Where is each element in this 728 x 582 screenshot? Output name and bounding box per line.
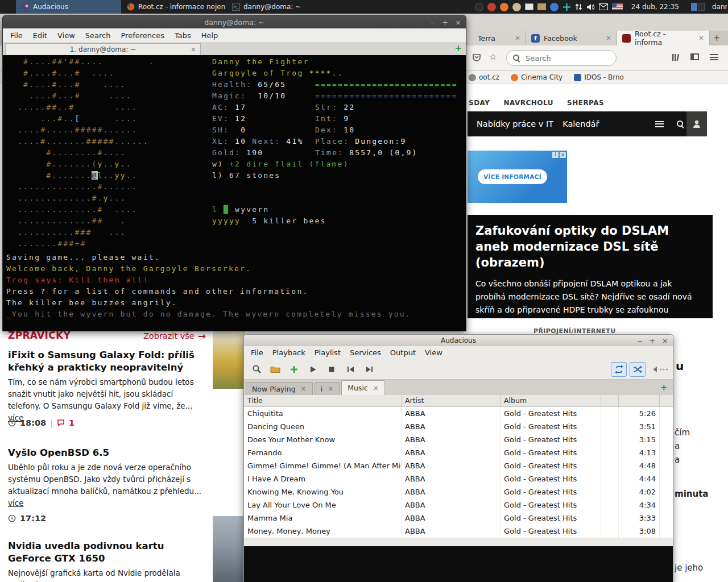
bookmark-cinema-city[interactable]: Cinema City <box>511 73 562 81</box>
menu-edit[interactable]: Edit <box>28 31 52 40</box>
playlist-row[interactable]: I Have A DreamABBAGold - Greatest Hits4:… <box>244 472 673 485</box>
search-input[interactable] <box>524 53 601 63</box>
briefcase-icon[interactable] <box>537 3 546 10</box>
more-link[interactable]: více <box>8 498 23 508</box>
bookmark-star-icon[interactable]: ☆ <box>489 52 497 62</box>
comments-count[interactable]: 1 <box>69 418 75 427</box>
menu-output[interactable]: Output <box>386 348 420 357</box>
workspace-active[interactable] <box>691 3 697 11</box>
menu-preferences[interactable]: Preferences <box>115 31 169 40</box>
playlist-row[interactable]: Mamma MiaABBAGold - Greatest Hits3:33 <box>244 512 673 525</box>
article-title[interactable]: Zafukování optiky do DSLAM aneb moderniz… <box>475 223 705 271</box>
shuffle-toggle-button[interactable] <box>630 362 646 377</box>
tray-app-blue-icon[interactable] <box>550 3 559 11</box>
mail-icon[interactable] <box>599 3 608 10</box>
library-icon[interactable] <box>671 53 680 64</box>
news-item-title[interactable]: Nvidia uvedla podivnou kartu GeForce GTX… <box>8 540 205 565</box>
site-nav-item[interactable]: SDAY <box>469 99 490 107</box>
tab-close-icon[interactable]: × <box>698 34 704 42</box>
site-hamburger-icon[interactable] <box>655 121 664 127</box>
column-header-artist[interactable]: Artist <box>402 395 500 406</box>
volume-knob-icon[interactable] <box>475 3 483 11</box>
menu-help[interactable]: Help <box>196 31 224 40</box>
volume-control[interactable] <box>652 366 668 373</box>
taskbar-window-audacious[interactable]: Audacious <box>16 0 121 14</box>
browser-tab-facebook[interactable]: f Facebook × <box>526 31 617 45</box>
new-tab-button[interactable]: + <box>713 33 721 43</box>
previous-button[interactable] <box>342 362 358 377</box>
sidebar-icon[interactable] <box>690 53 699 60</box>
ad-banner[interactable]: × i VÍCE INFORMACÍ <box>468 151 567 203</box>
search-bar[interactable] <box>506 50 617 66</box>
menu-hamburger-icon[interactable] <box>710 54 718 60</box>
tab-close-icon[interactable]: × <box>328 385 333 393</box>
crosshair-icon[interactable] <box>562 3 571 11</box>
playlist-tab-music[interactable]: Music × <box>341 380 385 395</box>
bookmark-rootcz[interactable]: oot.cz <box>469 73 499 81</box>
search-button[interactable] <box>249 362 264 377</box>
ad-cta-button[interactable]: VÍCE INFORMACÍ <box>478 169 547 184</box>
open-folder-button[interactable] <box>267 362 283 377</box>
next-button[interactable] <box>361 362 377 377</box>
site-account-button[interactable] <box>686 111 707 136</box>
tab-close-icon[interactable]: × <box>606 34 611 42</box>
new-terminal-tab-button[interactable]: + <box>454 43 462 53</box>
repeat-toggle-button[interactable] <box>611 362 627 377</box>
playlist-row[interactable]: Dancing QueenABBAGold - Greatest Hits3:5… <box>244 420 673 433</box>
close-icon[interactable]: × <box>662 336 668 345</box>
terminal-titlebar[interactable]: danny@doma: ~ ‒ + × <box>3 16 466 28</box>
taskbar-window-firefox[interactable]: Root.cz - informace nejen ze ... <box>121 0 226 14</box>
stop-button[interactable] <box>324 362 340 377</box>
site-search-icon[interactable] <box>676 120 684 128</box>
site-menu-jobs[interactable]: Nabídky práce v IT <box>477 119 553 128</box>
ad-info-icon[interactable]: i <box>552 152 559 158</box>
playlist-row[interactable]: Lay All Your Love On MeABBAGold - Greate… <box>244 498 673 512</box>
tab-close-icon[interactable]: × <box>191 45 196 53</box>
taskbar-clock[interactable]: 24 dub, 22:35 <box>631 3 679 11</box>
menu-view[interactable]: View <box>52 31 80 40</box>
pocket-icon[interactable] <box>472 53 481 64</box>
audacious-titlebar[interactable]: Audacious ‒ + × <box>244 335 673 346</box>
add-button[interactable] <box>286 362 302 377</box>
playlist-row[interactable]: FernandoABBAGold - Greatest Hits4:13 <box>244 446 673 459</box>
terminal-tab[interactable]: 1. danny@doma: ~ × <box>5 43 201 55</box>
news-item-title[interactable]: iFixit o Samsung Galaxy Fold: příliš kře… <box>8 349 205 374</box>
column-header-title[interactable]: Title <box>244 395 402 406</box>
taskbar-window-terminal[interactable]: >_ danny@doma: ~ <box>226 0 332 14</box>
ad-close-icon[interactable]: × <box>560 152 566 158</box>
site-nav-item[interactable]: SHERPAS <box>567 99 604 107</box>
show-all-link[interactable]: Zobrazit vše → <box>143 330 206 342</box>
terminal-screen[interactable]: #....##'##.... . #....#...# .... #....#.… <box>3 55 466 331</box>
tab-close-icon[interactable]: × <box>301 385 307 393</box>
playlist-tab-i[interactable]: i × <box>315 382 340 395</box>
site-menu-calendar[interactable]: Kalendář <box>562 119 599 128</box>
tab-close-icon[interactable]: × <box>373 384 379 392</box>
column-header-time[interactable] <box>619 395 660 406</box>
menu-file[interactable]: File <box>5 31 28 40</box>
playlist-row[interactable]: Money, Money, MoneyABBAGold - Greatest H… <box>244 525 673 538</box>
workspace-switcher[interactable] <box>691 3 705 11</box>
playlist-row[interactable]: Does Your Mother KnowABBAGold - Greatest… <box>244 433 673 446</box>
menu-playlist[interactable]: Playlist <box>310 348 345 357</box>
workspace-2[interactable] <box>698 3 705 11</box>
network-arrows-icon[interactable] <box>575 3 582 11</box>
menu-tabs[interactable]: Tabs <box>169 31 196 40</box>
site-nav-item[interactable]: NAVRCHOLU <box>503 99 553 107</box>
menu-file[interactable]: File <box>246 348 268 357</box>
new-playlist-tab-button[interactable]: + <box>660 382 668 393</box>
menu-view[interactable]: View <box>420 348 447 357</box>
close-icon[interactable]: × <box>455 18 461 27</box>
playlist-row[interactable]: ChiquititaABBAGold - Greatest Hits5:26 <box>244 407 673 420</box>
column-header-album[interactable]: Album <box>500 395 601 406</box>
playlist-row[interactable]: Knowing Me, Knowing YouABBAGold - Greate… <box>244 485 673 498</box>
tray-app-orange-icon[interactable] <box>500 3 508 11</box>
us-flag-icon[interactable] <box>612 3 623 10</box>
speaker-icon[interactable] <box>586 3 595 11</box>
playlist-row[interactable]: Gimme! Gimme! Gimme! (A Man After Midnig… <box>244 459 673 472</box>
menu-playback[interactable]: Playback <box>268 348 310 357</box>
maximize-icon[interactable]: + <box>442 18 448 27</box>
tray-app-tan-icon[interactable] <box>512 3 521 11</box>
tab-close-icon[interactable]: × <box>515 34 520 42</box>
display-icon[interactable] <box>525 3 533 10</box>
playlist-tab-now-playing[interactable]: Now Playing × <box>246 382 313 395</box>
